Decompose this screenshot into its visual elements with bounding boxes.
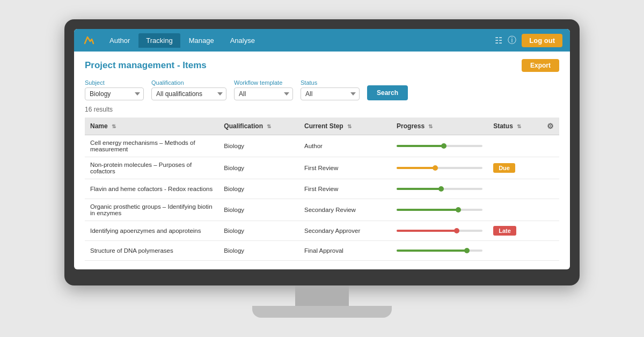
cell-actions	[541, 157, 559, 179]
cell-qualification: Biology	[218, 241, 299, 261]
sort-step-icon: ⇅	[347, 123, 352, 129]
progress-fill	[397, 250, 467, 252]
settings-gear-icon[interactable]: ⚙	[547, 122, 554, 130]
table-row[interactable]: Non-protein molecules – Purposes of cofa…	[85, 157, 559, 179]
table-row[interactable]: Structure of DNA polymerases Biology Fin…	[85, 241, 559, 261]
cell-status	[488, 135, 541, 157]
nav-tab-author[interactable]: Author	[102, 33, 137, 48]
cell-name: Identifying apoenzymes and apoproteins	[85, 221, 218, 241]
export-button[interactable]: Export	[522, 59, 559, 72]
progress-dot	[454, 228, 459, 233]
cell-status	[488, 199, 541, 221]
progress-dot	[438, 186, 444, 192]
subject-filter: Subject Biology Chemistry Physics	[85, 79, 144, 100]
cell-status: Late	[488, 221, 541, 241]
sort-name-icon: ⇅	[112, 123, 116, 129]
workflow-select[interactable]: All Standard	[234, 87, 293, 100]
cell-status: Due	[488, 157, 541, 179]
subject-label: Subject	[85, 79, 144, 86]
filters-row: Subject Biology Chemistry Physics Qualif…	[85, 79, 559, 100]
page-title: Project management - Items	[85, 60, 207, 71]
cell-progress	[391, 157, 488, 179]
cell-current-step: Author	[299, 135, 391, 157]
sort-progress-icon: ⇅	[428, 123, 433, 129]
workflow-filter: Workflow template All Standard	[234, 79, 293, 100]
cell-name: Organic prosthetic groups – Identifying …	[85, 199, 218, 221]
cell-progress	[391, 221, 488, 241]
progress-fill	[397, 145, 444, 147]
progress-dot	[464, 248, 470, 253]
cell-actions	[541, 241, 559, 261]
cell-name: Structure of DNA polymerases	[85, 241, 218, 261]
table-row[interactable]: Cell energy mechanisms – Methods of meas…	[85, 135, 559, 157]
results-count: 16 results	[85, 106, 559, 113]
col-settings[interactable]: ⚙	[541, 118, 559, 135]
cell-name: Flavin and heme cofactors - Redox reacti…	[85, 179, 218, 199]
col-qualification[interactable]: Qualification ⇅	[218, 118, 299, 135]
cell-progress	[391, 241, 488, 261]
progress-fill	[397, 209, 458, 211]
cell-actions	[541, 199, 559, 221]
cell-current-step: First Review	[299, 179, 391, 199]
subject-select[interactable]: Biology Chemistry Physics	[85, 87, 144, 100]
cell-current-step: Secondary Approver	[299, 221, 391, 241]
col-name[interactable]: Name ⇅	[85, 118, 218, 135]
cell-actions	[541, 221, 559, 241]
nav-actions: ☷ ⓘ Log out	[495, 34, 562, 47]
monitor-stand-neck	[295, 285, 349, 306]
progress-fill	[397, 188, 441, 190]
cell-qualification: Biology	[218, 199, 299, 221]
table-row[interactable]: Flavin and heme cofactors - Redox reacti…	[85, 179, 559, 199]
cell-status	[488, 179, 541, 199]
page-header: Project management - Items Export	[85, 59, 559, 72]
nav-tab-manage[interactable]: Manage	[181, 33, 222, 48]
progress-fill	[397, 230, 457, 232]
cell-current-step: Final Approval	[299, 241, 391, 261]
monitor-stand-base	[252, 306, 392, 318]
qualification-select[interactable]: All qualifications GCSE A-Level	[151, 87, 226, 100]
app-logo	[82, 33, 97, 48]
cell-current-step: First Review	[299, 157, 391, 179]
progress-dot	[441, 143, 447, 149]
cell-qualification: Biology	[218, 179, 299, 199]
progress-dot	[456, 207, 461, 213]
cell-progress	[391, 135, 488, 157]
status-select[interactable]: All Due Late	[301, 87, 360, 100]
col-current-step[interactable]: Current Step ⇅	[299, 118, 391, 135]
status-badge: Late	[493, 226, 516, 236]
status-label: Status	[301, 79, 360, 86]
sort-qual-icon: ⇅	[267, 123, 271, 129]
table-row[interactable]: Identifying apoenzymes and apoproteins B…	[85, 221, 559, 241]
cell-name: Cell energy mechanisms – Methods of meas…	[85, 135, 218, 157]
notifications-icon[interactable]: ☷	[495, 35, 502, 46]
col-status[interactable]: Status ⇅	[488, 118, 541, 135]
cell-actions	[541, 179, 559, 199]
cell-qualification: Biology	[218, 157, 299, 179]
cell-current-step: Secondary Review	[299, 199, 391, 221]
qualification-label: Qualification	[151, 79, 226, 86]
nav-tabs: Author Tracking Manage Analyse	[102, 33, 495, 48]
help-icon[interactable]: ⓘ	[508, 35, 516, 46]
progress-dot	[433, 165, 438, 171]
workflow-label: Workflow template	[234, 79, 293, 86]
status-badge: Due	[493, 163, 515, 173]
table-row[interactable]: Organic prosthetic groups – Identifying …	[85, 199, 559, 221]
cell-progress	[391, 179, 488, 199]
progress-fill	[397, 167, 435, 169]
status-filter: Status All Due Late	[301, 79, 360, 100]
logout-button[interactable]: Log out	[522, 34, 562, 47]
col-progress[interactable]: Progress ⇅	[391, 118, 488, 135]
qualification-filter: Qualification All qualifications GCSE A-…	[151, 79, 226, 100]
search-button[interactable]: Search	[367, 85, 408, 100]
nav-bar: Author Tracking Manage Analyse ☷ ⓘ Log o…	[74, 29, 570, 52]
cell-actions	[541, 135, 559, 157]
nav-tab-tracking[interactable]: Tracking	[138, 33, 180, 48]
sort-status-icon: ⇅	[517, 123, 521, 129]
items-table: Name ⇅ Qualification ⇅ Current Step ⇅	[85, 118, 559, 261]
nav-tab-analyse[interactable]: Analyse	[223, 33, 262, 48]
cell-progress	[391, 199, 488, 221]
cell-qualification: Biology	[218, 221, 299, 241]
cell-qualification: Biology	[218, 135, 299, 157]
cell-status	[488, 241, 541, 261]
cell-name: Non-protein molecules – Purposes of cofa…	[85, 157, 218, 179]
